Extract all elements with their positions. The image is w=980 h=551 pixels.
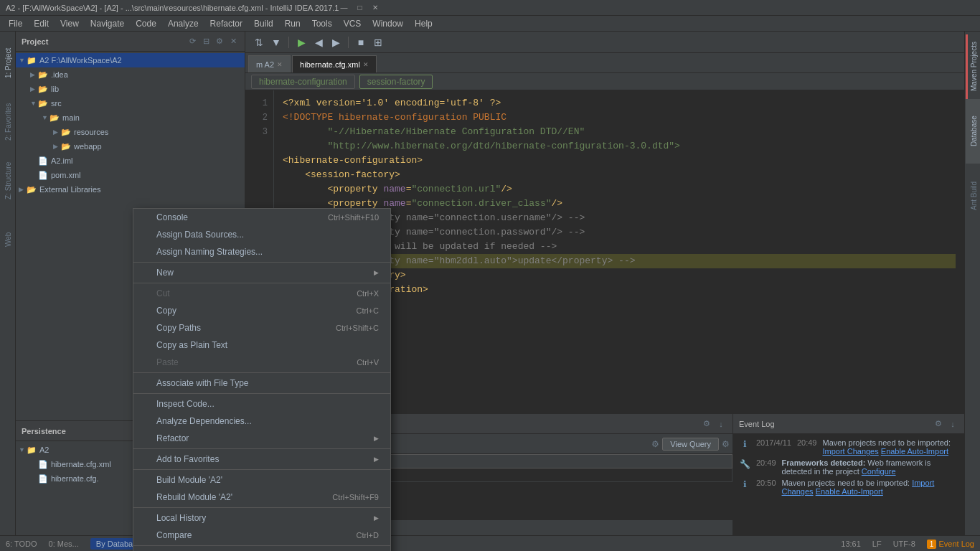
cm-build-module[interactable]: Build Module 'A2' (133, 471, 390, 489)
cm-sep-5 (133, 448, 390, 449)
tab-a2-close[interactable]: ✕ (277, 61, 283, 68)
event-log-status[interactable]: 1 Event Log (927, 540, 974, 548)
file-icon: 📄 (37, 155, 49, 166)
menu-build[interactable]: Build (248, 16, 279, 32)
cm-compare[interactable]: Compare Ctrl+D (133, 527, 390, 544)
tree-item-a2-root[interactable]: ▼ 📁 A2 F:\AllWorkSpace\A2 (16, 53, 245, 67)
tree-item-webapp[interactable]: ▶ 📂 webapp (16, 139, 245, 154)
project-icon: 📁 (26, 444, 37, 456)
tree-item-idea[interactable]: ▶ 📂 .idea (16, 67, 245, 82)
breadcrumb-session-factory[interactable]: session-factory (359, 75, 433, 89)
sidebar-tab-project[interactable]: 1: Project (1, 34, 15, 92)
cm-paste[interactable]: Paste Ctrl+V (133, 354, 390, 371)
right-tab-ant[interactable]: Ant Build (966, 164, 980, 228)
cm-associate-file-type[interactable]: Associate with File Type (133, 375, 390, 392)
right-tab-database[interactable]: Database (966, 99, 980, 164)
tab-hibernate-close[interactable]: ✕ (363, 61, 369, 68)
minimize-btn[interactable]: — (339, 3, 349, 13)
cm-sep-4 (133, 393, 390, 394)
cm-favorites-arrow: ▶ (374, 456, 379, 463)
menu-analyze[interactable]: Analyze (162, 16, 204, 32)
menu-navigate[interactable]: Navigate (85, 16, 130, 32)
menu-view[interactable]: View (55, 16, 85, 32)
event-row-1: ℹ 2017/4/11 20:49 Maven projects need to… (733, 437, 964, 457)
menu-help[interactable]: Help (409, 16, 438, 32)
tree-item-external-libs[interactable]: ▶ 📂 External Libraries (16, 182, 245, 197)
tab-hibernate[interactable]: hibernate.cfg.xml ✕ (292, 55, 377, 72)
maximize-btn[interactable]: □ (354, 3, 364, 13)
tab-a2[interactable]: m A2 ✕ (248, 55, 291, 72)
tree-item-resources[interactable]: ▶ 📂 resources (16, 125, 245, 139)
cm-local-history[interactable]: Local History ▶ (133, 509, 390, 527)
menu-file[interactable]: File (3, 16, 28, 32)
cm-copy-plain[interactable]: Copy as Plain Text (133, 336, 390, 354)
back-btn[interactable]: ◀ (311, 34, 326, 50)
event-log-header: Event Log ⚙ ↓ (733, 414, 964, 434)
cm-assign-naming[interactable]: Assign Naming Strategies... (133, 243, 390, 260)
tree-item-src[interactable]: ▼ 📂 src (16, 96, 245, 110)
cm-rebuild-module[interactable]: Rebuild Module 'A2' Ctrl+Shift+F9 (133, 489, 390, 506)
cm-console[interactable]: Console Ctrl+Shift+F10 (133, 209, 390, 226)
query-icon[interactable]: ⚙ (651, 439, 659, 449)
settings-icon[interactable]: ⚙ (214, 36, 225, 47)
import-changes-link-1[interactable]: Import Changes (822, 447, 878, 456)
cm-refactor[interactable]: Refactor ▶ (133, 430, 390, 447)
cm-copy[interactable]: Copy Ctrl+C (133, 302, 390, 319)
tree-item-main[interactable]: ▼ 📂 main (16, 110, 245, 125)
sidebar-tab-structure[interactable]: Z: Structure (1, 152, 15, 209)
info-icon-3: ℹ (739, 479, 750, 490)
db-settings-icon[interactable]: ⚙ (701, 418, 712, 430)
stop-btn[interactable]: ■ (353, 34, 369, 50)
todo-status[interactable]: 6: TODO (6, 540, 37, 548)
right-tab-maven[interactable]: Maven Projects (966, 34, 980, 99)
view-query-button[interactable]: View Query (662, 438, 719, 451)
tree-item-a2iml[interactable]: 📄 A2.iml (16, 154, 245, 168)
breadcrumb: hibernate-configuration session-factory (245, 73, 964, 90)
hide-icon[interactable]: ✕ (227, 36, 239, 47)
menu-edit[interactable]: Edit (28, 16, 55, 32)
title-bar: A2 - [F:\AllWorkSpace\A2] - [A2] - ...\s… (0, 0, 980, 16)
dropdown-btn[interactable]: ▼ (268, 34, 284, 50)
toolbar-icon-1[interactable]: ⇅ (251, 34, 267, 50)
grid-btn[interactable]: ⊞ (370, 34, 386, 50)
menu-code[interactable]: Code (130, 16, 162, 32)
run-button[interactable]: ▶ (293, 34, 309, 50)
xml-icon: 📄 (37, 473, 49, 484)
sync-icon[interactable]: ⟳ (187, 36, 198, 47)
cm-cut[interactable]: Cut Ctrl+X (133, 285, 390, 302)
breadcrumb-hibernate-config[interactable]: hibernate-configuration (251, 75, 355, 89)
cm-new[interactable]: New ▶ (133, 264, 390, 281)
auto-import-link-1[interactable]: Enable Auto-Import (881, 447, 948, 456)
event-log-label: Event Log (938, 540, 974, 548)
cm-add-favorites[interactable]: Add to Favorites ▶ (133, 451, 390, 468)
menu-refactor[interactable]: Refactor (204, 16, 248, 32)
cm-inspect-code-label: Inspect Code... (156, 399, 379, 409)
db-down-icon[interactable]: ↓ (715, 418, 727, 430)
cm-assign-datasources[interactable]: Assign Data Sources... (133, 226, 390, 243)
event-down-icon[interactable]: ↓ (947, 418, 958, 430)
messages-status[interactable]: 0: Mes... (49, 540, 79, 548)
forward-btn[interactable]: ▶ (328, 34, 344, 50)
event-time-2: 20:49 (756, 458, 776, 467)
sidebar-tab-favorites[interactable]: 2: Favorites (1, 93, 15, 151)
sidebar-tab-web[interactable]: Web (1, 211, 15, 268)
cm-analyze-deps[interactable]: Analyze Dependencies... (133, 413, 390, 430)
auto-import-link-3[interactable]: Enable Auto-Import (816, 487, 883, 496)
collapse-icon[interactable]: ⊟ (200, 36, 212, 47)
cm-inspect-code[interactable]: Inspect Code... (133, 395, 390, 413)
cm-add-favorites-label: Add to Favorites (156, 454, 374, 464)
configure-link[interactable]: Configure (862, 467, 896, 476)
tree-item-pomxml[interactable]: 📄 pom.xml (16, 168, 245, 182)
event-settings-icon[interactable]: ⚙ (933, 418, 944, 430)
query-settings-icon[interactable]: ⚙ (722, 439, 730, 449)
menu-tools[interactable]: Tools (306, 16, 338, 32)
close-btn[interactable]: ✕ (370, 3, 380, 13)
menu-vcs[interactable]: VCS (338, 16, 367, 32)
menu-run[interactable]: Run (279, 16, 306, 32)
event-row-2: 🔧 20:49 Frameworks detected: Web framewo… (733, 457, 964, 477)
cm-new-label: New (156, 268, 374, 278)
cm-module-settings[interactable]: Module Settings (133, 547, 390, 551)
cm-copy-paths[interactable]: Copy Paths Ctrl+Shift+C (133, 319, 390, 336)
menu-window[interactable]: Window (367, 16, 409, 32)
tree-item-lib[interactable]: ▶ 📂 lib (16, 82, 245, 96)
